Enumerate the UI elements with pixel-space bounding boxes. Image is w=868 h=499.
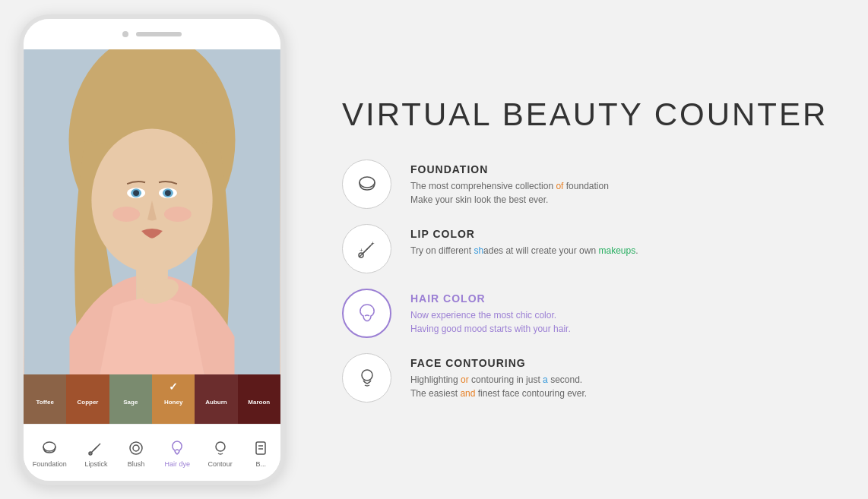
nav-item-lipstick[interactable]: Lipstick bbox=[84, 437, 107, 468]
lipcolor-feature-icon: + + bbox=[342, 224, 391, 273]
svg-point-23 bbox=[360, 177, 375, 188]
swatch-copper[interactable]: Copper bbox=[66, 374, 109, 424]
other-icon bbox=[250, 437, 271, 459]
foundation-feature-icon bbox=[342, 159, 391, 209]
blush-label: Blush bbox=[128, 460, 145, 468]
phone-portrait-area bbox=[24, 49, 280, 374]
facecontouring-feature-icon bbox=[342, 353, 391, 403]
feature-item-lipcolor: + + LIP COLOR Try on different shades at… bbox=[342, 224, 830, 273]
face-portrait bbox=[24, 49, 280, 374]
right-panel: VIRTUAL BEAUTY COUNTER FOUNDATION The mo… bbox=[304, 0, 868, 499]
nav-item-blush[interactable]: Blush bbox=[125, 437, 147, 468]
haircolor-feature-icon bbox=[342, 289, 391, 338]
svg-point-11 bbox=[164, 207, 192, 222]
phone-top-bar bbox=[24, 19, 280, 49]
svg-point-6 bbox=[133, 190, 139, 196]
svg-point-18 bbox=[133, 445, 139, 451]
svg-point-9 bbox=[165, 190, 171, 196]
nav-item-contour[interactable]: Contour bbox=[208, 437, 233, 468]
foundation-icon bbox=[39, 437, 60, 459]
color-swatches-bar: Toffee Copper Sage Honey Auburn Maroon bbox=[24, 374, 280, 424]
other-label: B... bbox=[255, 460, 266, 468]
foundation-feature-title: FOUNDATION bbox=[410, 163, 609, 175]
swatch-maroon[interactable]: Maroon bbox=[238, 374, 280, 424]
left-panel: Toffee Copper Sage Honey Auburn Maroon bbox=[0, 0, 304, 499]
lipcolor-feature-content: LIP COLOR Try on different shades at wil… bbox=[410, 224, 638, 257]
lipstick-label: Lipstick bbox=[84, 460, 107, 468]
swatch-honey[interactable]: Honey bbox=[152, 374, 195, 424]
haircolor-feature-content: HAIR COLOR Now experience the most chic … bbox=[410, 289, 571, 336]
feature-item-facecontouring: FACE CONTOURING Highlighting or contouri… bbox=[342, 353, 830, 403]
lipstick-icon bbox=[85, 437, 106, 459]
svg-line-15 bbox=[93, 444, 100, 451]
blush-icon bbox=[125, 437, 147, 459]
lipcolor-feature-title: LIP COLOR bbox=[410, 228, 638, 240]
foundation-feature-desc: The most comprehensive collection of fou… bbox=[410, 179, 609, 207]
svg-point-13 bbox=[43, 442, 55, 451]
nav-item-other[interactable]: B... bbox=[250, 437, 271, 468]
phone-speaker-bar bbox=[136, 32, 182, 36]
phone-mockup: Toffee Copper Sage Honey Auburn Maroon bbox=[19, 14, 285, 485]
svg-point-17 bbox=[130, 442, 142, 454]
swatch-auburn[interactable]: Auburn bbox=[195, 374, 237, 424]
swatch-sage[interactable]: Sage bbox=[109, 374, 152, 424]
swatch-toffee[interactable]: Toffee bbox=[24, 374, 66, 424]
facecontouring-feature-desc: Highlighting or contouring in just a sec… bbox=[410, 373, 587, 400]
hairdye-label: Hair dye bbox=[165, 460, 191, 468]
page-title: VIRTUAL BEAUTY COUNTER bbox=[342, 96, 830, 133]
svg-rect-20 bbox=[256, 442, 265, 454]
svg-point-10 bbox=[112, 207, 140, 222]
feature-item-haircolor: HAIR COLOR Now experience the most chic … bbox=[342, 289, 830, 338]
contour-label: Contour bbox=[208, 460, 233, 468]
haircolor-feature-title: HAIR COLOR bbox=[410, 292, 571, 305]
feature-item-foundation: FOUNDATION The most comprehensive collec… bbox=[342, 159, 830, 209]
hairdye-icon bbox=[166, 437, 188, 459]
foundation-feature-content: FOUNDATION The most comprehensive collec… bbox=[410, 159, 609, 207]
svg-text:+: + bbox=[371, 240, 375, 247]
phone-speaker-dot bbox=[122, 31, 128, 37]
phone-nav-bar: Foundation Lipstick bbox=[24, 424, 280, 481]
contour-icon bbox=[210, 437, 231, 459]
foundation-label: Foundation bbox=[33, 460, 67, 468]
facecontouring-feature-title: FACE CONTOURING bbox=[410, 357, 587, 369]
haircolor-feature-desc: Now experience the most chic color. Havi… bbox=[410, 308, 571, 336]
svg-text:+: + bbox=[360, 247, 363, 254]
svg-point-19 bbox=[216, 442, 225, 451]
nav-item-foundation[interactable]: Foundation bbox=[33, 437, 67, 468]
feature-list: FOUNDATION The most comprehensive collec… bbox=[342, 159, 830, 403]
nav-item-hairdye[interactable]: Hair dye bbox=[165, 437, 191, 468]
svg-point-29 bbox=[362, 370, 372, 381]
facecontouring-feature-content: FACE CONTOURING Highlighting or contouri… bbox=[410, 353, 587, 400]
lipcolor-feature-desc: Try on different shades at will create y… bbox=[410, 244, 638, 257]
